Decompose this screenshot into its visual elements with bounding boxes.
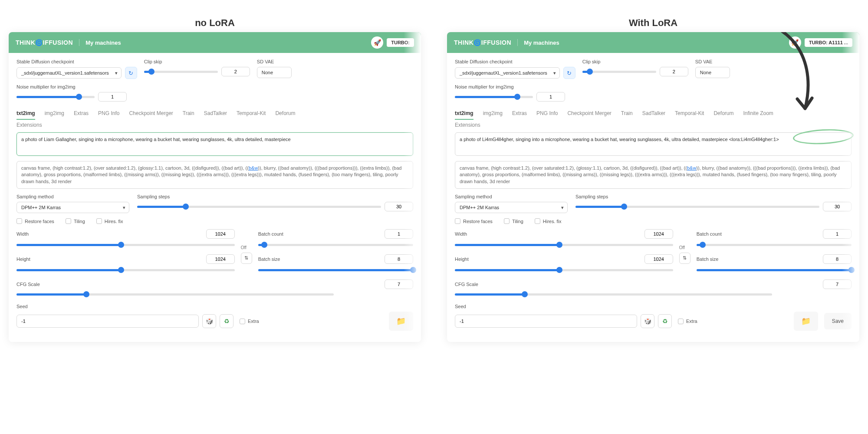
height-slider[interactable]	[455, 266, 673, 273]
noise-slider[interactable]	[455, 93, 533, 100]
batch-size-value[interactable]: 8	[385, 254, 413, 264]
seed-extra-checkbox[interactable]: Extra	[240, 319, 259, 324]
checkpoint-label: Stable Diffusion checkpoint	[16, 59, 137, 64]
cfg-label: CFG Scale	[455, 282, 819, 287]
sdvae-select[interactable]: None	[257, 67, 292, 78]
sampling-steps-value[interactable]: 30	[823, 202, 852, 211]
nav-my-machines[interactable]: My machines	[524, 39, 559, 46]
cfg-value[interactable]: 7	[385, 279, 413, 289]
height-label: Height	[455, 256, 640, 262]
cfg-slider[interactable]	[16, 291, 334, 298]
seed-recycle-button[interactable]: ♻	[220, 314, 233, 328]
batch-count-value[interactable]: 1	[823, 229, 852, 239]
clipskip-label: Clip skip	[144, 59, 250, 64]
tab-txt2img[interactable]: txt2img	[455, 108, 473, 120]
tab-deforum[interactable]: Deforum	[275, 108, 295, 120]
tab-ckptmerger[interactable]: Checkpoint Merger	[129, 108, 173, 120]
chevron-down-icon: ▾	[123, 205, 125, 210]
tab-train[interactable]: Train	[183, 108, 194, 120]
refresh-checkpoint-button[interactable]: ↻	[125, 67, 137, 79]
chevron-down-icon: ▾	[553, 70, 556, 76]
width-slider[interactable]	[455, 241, 673, 248]
sdvae-select[interactable]: None	[695, 67, 730, 78]
tab-pnginfo[interactable]: PNG Info	[536, 108, 558, 120]
hires-fix-checkbox[interactable]: Hires. fix	[535, 218, 562, 224]
tab-ckptmerger[interactable]: Checkpoint Merger	[567, 108, 611, 120]
tab-txt2img[interactable]: txt2img	[16, 108, 35, 120]
logo: THINK🌀IFFUSION	[454, 39, 518, 46]
swap-dimensions-button[interactable]: ⇅	[679, 253, 690, 264]
tab-extras[interactable]: Extras	[512, 108, 527, 120]
prompt-input[interactable]: a photo of Li4mG4ll4gher, singing into a…	[455, 132, 852, 156]
width-value[interactable]: 1024	[206, 229, 235, 239]
tab-infinitezoom[interactable]: Infinite Zoom	[743, 108, 773, 120]
tab-pnginfo[interactable]: PNG Info	[98, 108, 119, 120]
seed-extra-checkbox[interactable]: Extra	[678, 319, 697, 324]
sampling-steps-label: Sampling steps	[575, 194, 852, 199]
negative-prompt-input[interactable]: canvas frame, (high contrast:1.2), (over…	[16, 161, 413, 189]
clipskip-value[interactable]: 2	[660, 67, 688, 76]
width-value[interactable]: 1024	[644, 229, 673, 239]
swap-dimensions-button[interactable]: ⇅	[241, 253, 252, 264]
batch-count-slider[interactable]	[258, 241, 413, 248]
tab-sadtalker[interactable]: SadTalker	[642, 108, 665, 120]
nav-my-machines[interactable]: My machines	[85, 39, 121, 46]
sampling-method-select[interactable]: DPM++ 2M Karras▾	[16, 202, 129, 213]
height-slider[interactable]	[16, 266, 235, 273]
main-tabs: txt2img img2img Extras PNG Info Checkpoi…	[16, 108, 413, 120]
tab-sadtalker[interactable]: SadTalker	[204, 108, 227, 120]
checkpoint-select[interactable]: _sdxl/juggernautXL_version1.safetensors▾	[455, 67, 560, 79]
tiling-checkbox[interactable]: Tiling	[66, 218, 85, 224]
noise-slider[interactable]	[16, 93, 95, 100]
bw-link[interactable]: b&w	[249, 165, 258, 171]
width-slider[interactable]	[16, 241, 235, 248]
sdvae-label: SD VAE	[257, 59, 292, 64]
negative-prompt-input[interactable]: canvas frame, (high contrast:1.2), (over…	[455, 161, 852, 189]
sampling-method-select[interactable]: DPM++ 2M Karras▾	[455, 202, 568, 213]
tab-img2img[interactable]: img2img	[45, 108, 64, 120]
tab-temporalkit[interactable]: Temporal-Kit	[237, 108, 266, 120]
sampling-steps-slider[interactable]	[575, 203, 819, 210]
clipskip-slider[interactable]	[144, 68, 218, 75]
noise-value[interactable]: 1	[98, 92, 127, 102]
seed-dice-button[interactable]: 🎲	[202, 314, 216, 328]
restore-faces-checkbox[interactable]: Restore faces	[16, 218, 54, 224]
save-button[interactable]: Save	[824, 313, 852, 329]
tab-extras[interactable]: Extras	[74, 108, 89, 120]
tab-temporalkit[interactable]: Temporal-Kit	[675, 108, 704, 120]
noise-value[interactable]: 1	[536, 92, 565, 102]
seed-dice-button[interactable]: 🎲	[641, 314, 654, 328]
cfg-value[interactable]: 7	[823, 279, 852, 289]
rocket-icon[interactable]: 🚀	[789, 36, 801, 49]
clipskip-value[interactable]: 2	[221, 67, 250, 76]
seed-input[interactable]: -1	[455, 315, 637, 328]
turbo-badge[interactable]: TURBO:	[387, 38, 414, 47]
height-value[interactable]: 1024	[206, 254, 235, 264]
seed-recycle-button[interactable]: ♻	[658, 314, 672, 328]
batch-count-value[interactable]: 1	[385, 229, 413, 239]
height-value[interactable]: 1024	[644, 254, 673, 264]
turbo-badge[interactable]: TURBO: A1111 ...	[805, 38, 852, 47]
batch-size-slider[interactable]	[258, 266, 413, 273]
clipskip-slider[interactable]	[582, 68, 656, 75]
refresh-checkpoint-button[interactable]: ↻	[563, 67, 575, 79]
rocket-icon[interactable]: 🚀	[371, 36, 383, 49]
seed-input[interactable]: -1	[16, 315, 199, 328]
restore-faces-checkbox[interactable]: Restore faces	[455, 218, 493, 224]
bw-link[interactable]: b&w	[687, 165, 696, 171]
sampling-steps-slider[interactable]	[137, 203, 381, 210]
hires-fix-checkbox[interactable]: Hires. fix	[96, 218, 123, 224]
cfg-slider[interactable]	[455, 291, 772, 298]
batch-count-slider[interactable]	[697, 241, 852, 248]
batch-size-slider[interactable]	[697, 266, 852, 273]
folder-button[interactable]: 📁	[389, 312, 413, 331]
batch-size-value[interactable]: 8	[823, 254, 852, 264]
tab-deforum[interactable]: Deforum	[713, 108, 733, 120]
folder-button[interactable]: 📁	[794, 312, 818, 331]
tab-train[interactable]: Train	[621, 108, 633, 120]
tiling-checkbox[interactable]: Tiling	[504, 218, 523, 224]
tab-img2img[interactable]: img2img	[483, 108, 503, 120]
checkpoint-select[interactable]: _sdxl/juggernautXL_version1.safetensors▾	[16, 67, 122, 79]
prompt-input[interactable]: a photo of Liam Gallagher, singing into …	[16, 132, 413, 156]
sampling-steps-value[interactable]: 30	[385, 202, 413, 211]
